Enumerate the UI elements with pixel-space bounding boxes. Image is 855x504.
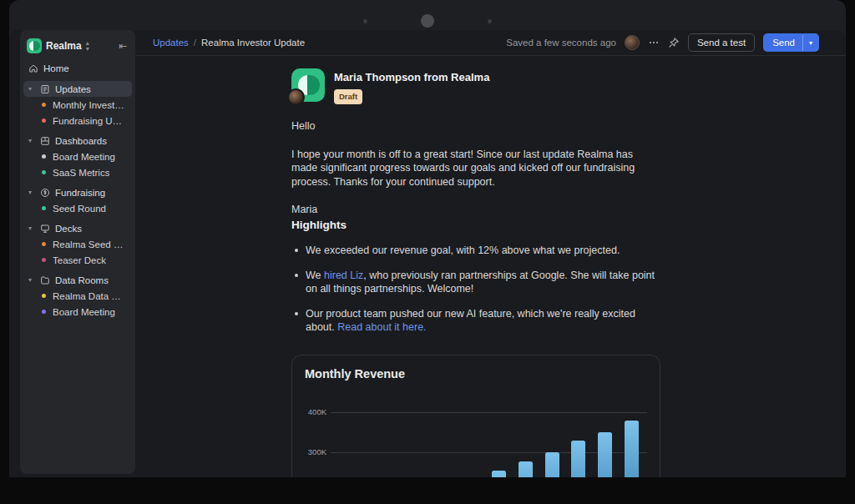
highlights-list: We exceeded our revenue goal, with 12% a… bbox=[291, 244, 660, 335]
content-area: Maria Thompson from Realma Draft Hello I… bbox=[135, 56, 846, 477]
pin-icon[interactable] bbox=[668, 37, 680, 48]
intro-paragraph: I hope your month is off to a great star… bbox=[291, 148, 660, 189]
revenue-bar bbox=[545, 452, 559, 478]
breadcrumb-updates-link[interactable]: Updates bbox=[153, 38, 189, 48]
chevron-down-icon[interactable]: ▾ bbox=[28, 137, 35, 144]
sidebar-item-board-meeting[interactable]: Board Meeting bbox=[23, 149, 132, 164]
folder-icon bbox=[40, 275, 50, 285]
breadcrumb-separator: / bbox=[194, 38, 196, 48]
sidebar-nav: Home▾UpdatesMonthly Investor UpdateFundr… bbox=[23, 60, 132, 320]
sidebar-item-label: Realma Seed Round bbox=[53, 239, 127, 249]
sidebar-item-realma-seed-round[interactable]: Realma Seed Round bbox=[23, 236, 132, 252]
sender-avatar bbox=[287, 88, 305, 106]
chevron-down-icon[interactable]: ▾ bbox=[28, 189, 35, 196]
revenue-bar-chart: 200K300K400K bbox=[305, 396, 647, 478]
page: Realma ▴▾ ⇤ Home▾UpdatesMonthly Investor… bbox=[0, 0, 855, 504]
memo-icon bbox=[40, 84, 50, 94]
ellipsis-icon[interactable] bbox=[648, 37, 660, 48]
chevron-down-icon[interactable]: ▾ bbox=[28, 224, 35, 232]
carousel-dot[interactable] bbox=[488, 19, 492, 23]
sidebar-item-home[interactable]: Home bbox=[23, 60, 132, 76]
color-dot-icon bbox=[42, 310, 46, 314]
sidebar-item-label: Data Rooms bbox=[55, 275, 109, 285]
topbar: Updates / Realma Investor Update Saved a… bbox=[135, 30, 846, 56]
color-dot-icon bbox=[42, 154, 46, 159]
dashboard-icon bbox=[40, 136, 50, 146]
sidebar-item-label: Dashboards bbox=[55, 136, 107, 146]
send-dropdown-icon[interactable]: ▾ bbox=[802, 35, 819, 51]
breadcrumb-current: Realma Investor Update bbox=[201, 38, 305, 48]
sidebar-item-board-meeting[interactable]: Board Meeting bbox=[23, 304, 132, 320]
bars-area bbox=[331, 396, 647, 478]
workspace-header[interactable]: Realma ▴▾ ⇤ bbox=[23, 36, 132, 60]
chevron-down-icon[interactable]: ▾ bbox=[28, 85, 35, 93]
highlight-item: We exceeded our revenue goal, with 12% a… bbox=[291, 244, 660, 258]
collapse-sidebar-icon[interactable]: ⇤ bbox=[119, 40, 129, 52]
highlight-item: Our product team pushed our new AI featu… bbox=[291, 307, 660, 335]
sidebar-item-label: Realma Data Room bbox=[53, 291, 127, 301]
chevron-updown-icon[interactable]: ▴▾ bbox=[86, 40, 89, 52]
workspace-logo-icon bbox=[27, 38, 42, 53]
send-button-label[interactable]: Send bbox=[763, 33, 802, 52]
y-axis-tick-label: 300K bbox=[305, 445, 326, 459]
color-dot-icon bbox=[42, 103, 46, 107]
sidebar-item-label: Fundraising Update bbox=[53, 116, 127, 126]
revenue-bar bbox=[625, 421, 639, 477]
send-test-button[interactable]: Send a test bbox=[688, 33, 755, 52]
greeting-text: Hello bbox=[291, 119, 660, 134]
signoff-text: Maria bbox=[291, 203, 660, 217]
revenue-bar bbox=[519, 461, 533, 477]
chevron-down-icon[interactable]: ▾ bbox=[28, 276, 35, 284]
sidebar-item-fundraising[interactable]: ▾Fundraising bbox=[23, 184, 132, 200]
saved-status: Saved a few seconds ago bbox=[506, 38, 616, 48]
color-dot-icon bbox=[42, 242, 46, 246]
sidebar-item-label: Decks bbox=[55, 224, 82, 234]
revenue-bar bbox=[492, 471, 506, 477]
presentation-icon bbox=[40, 224, 50, 234]
sidebar-item-label: Seed Round bbox=[53, 204, 106, 214]
color-dot-icon bbox=[42, 206, 46, 210]
sidebar-item-label: Board Meeting bbox=[53, 307, 115, 317]
sidebar-item-label: Monthly Investor Update bbox=[53, 100, 127, 110]
sidebar-item-monthly-investor-update[interactable]: Monthly Investor Update bbox=[23, 97, 132, 113]
sidebar-item-fundraising-update[interactable]: Fundraising Update bbox=[23, 113, 132, 129]
y-axis-tick-label: 400K bbox=[305, 405, 326, 419]
sidebar-item-updates[interactable]: ▾Updates bbox=[23, 81, 132, 97]
carousel-dot-active[interactable] bbox=[421, 14, 434, 28]
inline-link[interactable]: hired Liz bbox=[324, 270, 363, 281]
sidebar-item-data-rooms[interactable]: ▾Data Rooms bbox=[23, 272, 132, 288]
sidebar-item-label: SaaS Metrics bbox=[53, 168, 109, 178]
highlights-heading: Highlights bbox=[291, 219, 660, 233]
highlight-item: We hired Liz, who previously ran partner… bbox=[291, 269, 660, 296]
dollar-circle-icon bbox=[40, 188, 50, 198]
sidebar-item-dashboards[interactable]: ▾Dashboards bbox=[23, 133, 132, 149]
send-button[interactable]: Send ▾ bbox=[763, 33, 819, 52]
highlight-text: We bbox=[306, 270, 324, 281]
revenue-bar bbox=[571, 441, 585, 477]
sidebar-item-realma-data-room[interactable]: Realma Data Room bbox=[23, 288, 132, 304]
sender-logo bbox=[291, 68, 325, 102]
sidebar-item-label: Home bbox=[43, 63, 69, 73]
topbar-actions: Saved a few seconds ago Send a test Send… bbox=[506, 33, 819, 52]
sidebar: Realma ▴▾ ⇤ Home▾UpdatesMonthly Investor… bbox=[20, 30, 135, 474]
carousel-dots bbox=[0, 12, 855, 30]
sidebar-item-teaser-deck[interactable]: Teaser Deck bbox=[23, 252, 132, 268]
workspace-name: Realma bbox=[46, 40, 82, 52]
color-dot-icon bbox=[42, 258, 46, 262]
user-avatar[interactable] bbox=[625, 35, 640, 50]
draft-status-badge: Draft bbox=[334, 89, 362, 105]
sender-name: Maria Thompson from Realma bbox=[334, 71, 489, 85]
sidebar-item-label: Board Meeting bbox=[53, 152, 115, 162]
color-dot-icon bbox=[42, 294, 46, 298]
home-icon bbox=[28, 63, 38, 73]
app-window: Realma ▴▾ ⇤ Home▾UpdatesMonthly Investor… bbox=[9, 30, 846, 477]
chart-title: Monthly Revenue bbox=[305, 367, 647, 384]
sidebar-item-label: Fundraising bbox=[55, 188, 105, 198]
sidebar-item-saas-metrics[interactable]: SaaS Metrics bbox=[23, 164, 132, 180]
carousel-dot[interactable] bbox=[363, 19, 367, 23]
sidebar-item-label: Teaser Deck bbox=[53, 255, 106, 265]
sidebar-item-decks[interactable]: ▾Decks bbox=[23, 220, 132, 236]
sidebar-item-seed-round[interactable]: Seed Round bbox=[23, 200, 132, 216]
inline-link[interactable]: Read about it here. bbox=[337, 321, 426, 333]
highlight-text: We exceeded our revenue goal, with 12% a… bbox=[306, 244, 620, 256]
